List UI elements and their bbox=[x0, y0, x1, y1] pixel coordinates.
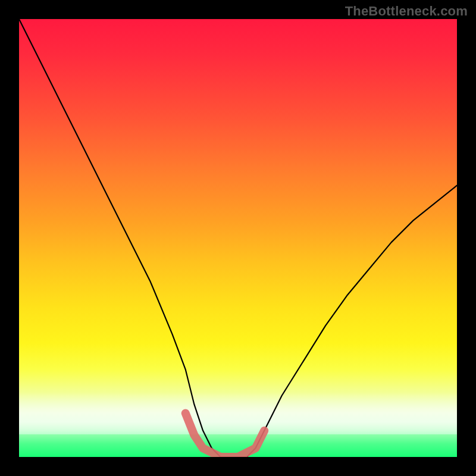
optimal-valley-highlight bbox=[186, 413, 265, 457]
bottleneck-curve bbox=[19, 19, 457, 457]
watermark-text: TheBottleneck.com bbox=[345, 4, 468, 19]
chart-frame: TheBottleneck.com bbox=[0, 0, 476, 476]
curve-layer bbox=[19, 19, 457, 457]
plot-area bbox=[19, 19, 457, 457]
